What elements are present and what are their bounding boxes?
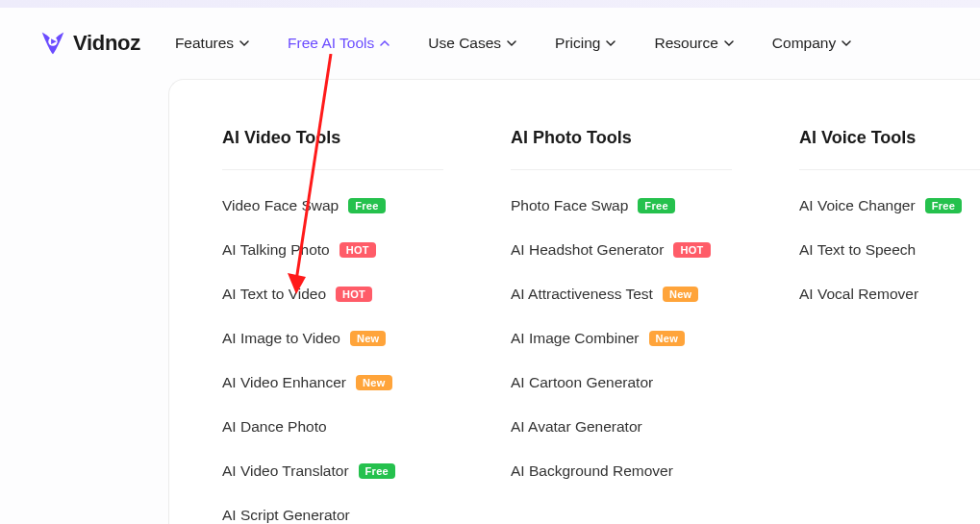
tool-list: Video Face Swap Free AI Talking Photo HO… <box>222 197 443 524</box>
brand-name: Vidnoz <box>73 31 140 56</box>
chevron-down-icon <box>507 38 516 48</box>
badge-new: New <box>356 375 392 390</box>
top-accent-bar <box>0 0 980 8</box>
site-header: Vidnoz Features Free AI Tools Use Cases … <box>0 8 980 87</box>
tool-label: AI Vocal Remover <box>799 286 918 303</box>
badge-free: Free <box>348 198 385 213</box>
tool-label: AI Talking Photo <box>222 241 330 259</box>
badge-free: Free <box>638 198 674 213</box>
tool-label: AI Attractiveness Test <box>511 286 653 303</box>
tool-ai-video-translator[interactable]: AI Video Translator Free <box>222 462 443 480</box>
tool-ai-text-to-speech[interactable]: AI Text to Speech <box>799 241 980 259</box>
tool-ai-avatar-generator[interactable]: AI Avatar Generator <box>511 418 732 436</box>
column-title: AI Photo Tools <box>511 128 732 170</box>
tool-label: AI Avatar Generator <box>511 418 642 436</box>
badge-hot: HOT <box>339 242 376 258</box>
tool-label: AI Image to Video <box>222 330 340 347</box>
nav-label: Features <box>175 35 234 52</box>
tool-ai-headshot-generator[interactable]: AI Headshot Generator HOT <box>511 241 732 259</box>
badge-hot: HOT <box>336 287 372 302</box>
tool-video-face-swap[interactable]: Video Face Swap Free <box>222 197 443 214</box>
tool-ai-vocal-remover[interactable]: AI Vocal Remover <box>799 286 980 303</box>
tool-ai-image-to-video[interactable]: AI Image to Video New <box>222 330 443 347</box>
tool-label: AI Text to Video <box>222 286 326 303</box>
tool-label: AI Script Generator <box>222 507 350 524</box>
nav-label: Free AI Tools <box>288 35 374 52</box>
nav-label: Use Cases <box>428 35 501 52</box>
column-title: AI Voice Tools <box>799 128 980 170</box>
nav-label: Pricing <box>555 35 600 52</box>
tool-list: Photo Face Swap Free AI Headshot Generat… <box>511 197 732 480</box>
tool-label: AI Video Translator <box>222 462 349 480</box>
chevron-down-icon <box>724 38 734 48</box>
tool-label: AI Voice Changer <box>799 197 916 214</box>
nav-label: Resource <box>654 35 717 52</box>
column-video-tools: AI Video Tools Video Face Swap Free AI T… <box>222 128 443 524</box>
nav-company[interactable]: Company <box>772 35 851 52</box>
nav-use-cases[interactable]: Use Cases <box>428 35 516 52</box>
nav-pricing[interactable]: Pricing <box>555 35 616 52</box>
logo-icon <box>38 29 67 58</box>
column-voice-tools: AI Voice Tools AI Voice Changer Free AI … <box>799 128 980 524</box>
column-title: AI Video Tools <box>222 128 443 170</box>
badge-new: New <box>663 287 699 302</box>
tool-ai-background-remover[interactable]: AI Background Remover <box>511 462 732 480</box>
tool-label: AI Cartoon Generator <box>511 374 653 391</box>
tool-ai-text-to-video[interactable]: AI Text to Video HOT <box>222 286 443 303</box>
chevron-down-icon <box>842 38 851 48</box>
nav-label: Company <box>772 35 836 52</box>
tool-label: AI Video Enhancer <box>222 374 346 391</box>
nav-features[interactable]: Features <box>175 35 249 52</box>
badge-new: New <box>649 331 686 346</box>
badge-hot: HOT <box>673 242 710 258</box>
tool-ai-script-generator[interactable]: AI Script Generator <box>222 507 443 524</box>
tool-photo-face-swap[interactable]: Photo Face Swap Free <box>511 197 732 214</box>
mega-menu: AI Video Tools Video Face Swap Free AI T… <box>168 79 980 524</box>
badge-free: Free <box>925 198 962 213</box>
tool-ai-video-enhancer[interactable]: AI Video Enhancer New <box>222 374 443 391</box>
tool-ai-voice-changer[interactable]: AI Voice Changer Free <box>799 197 980 214</box>
tool-label: AI Image Combiner <box>511 330 640 347</box>
brand-logo[interactable]: Vidnoz <box>38 29 140 58</box>
tool-label: Photo Face Swap <box>511 197 628 214</box>
tool-label: AI Dance Photo <box>222 418 327 436</box>
nav-free-ai-tools[interactable]: Free AI Tools <box>288 35 389 52</box>
badge-new: New <box>350 331 387 346</box>
main-nav: Features Free AI Tools Use Cases Pricing… <box>175 35 942 52</box>
chevron-down-icon <box>239 38 249 48</box>
tool-ai-image-combiner[interactable]: AI Image Combiner New <box>511 330 732 347</box>
chevron-down-icon <box>606 38 616 48</box>
tool-label: Video Face Swap <box>222 197 339 214</box>
tool-label: AI Background Remover <box>511 462 673 480</box>
tool-ai-cartoon-generator[interactable]: AI Cartoon Generator <box>511 374 732 391</box>
chevron-up-icon <box>380 38 389 48</box>
tool-label: AI Headshot Generator <box>511 241 664 259</box>
tool-list: AI Voice Changer Free AI Text to Speech … <box>799 197 980 303</box>
tool-ai-attractiveness-test[interactable]: AI Attractiveness Test New <box>511 286 732 303</box>
badge-free: Free <box>359 463 395 479</box>
column-photo-tools: AI Photo Tools Photo Face Swap Free AI H… <box>511 128 732 524</box>
tool-ai-talking-photo[interactable]: AI Talking Photo HOT <box>222 241 443 259</box>
tool-ai-dance-photo[interactable]: AI Dance Photo <box>222 418 443 436</box>
nav-resource[interactable]: Resource <box>654 35 733 52</box>
tool-label: AI Text to Speech <box>799 241 916 259</box>
